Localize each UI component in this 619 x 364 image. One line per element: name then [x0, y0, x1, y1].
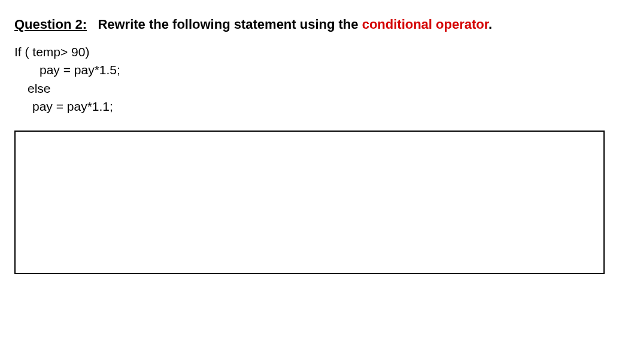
question-label: Question 2:: [14, 17, 87, 32]
code-line: pay = pay*1.5;: [14, 61, 605, 79]
prompt-highlight: conditional operator: [362, 17, 488, 32]
answer-box: [14, 131, 605, 274]
code-block: If ( temp> 90) pay = pay*1.5; else pay =…: [14, 43, 605, 116]
prompt-text-part2: .: [488, 17, 492, 32]
question-heading: Question 2: Rewrite the following statem…: [14, 17, 605, 32]
code-line: pay = pay*1.1;: [14, 98, 605, 116]
code-line: If ( temp> 90): [14, 43, 605, 61]
code-line: else: [14, 80, 605, 98]
prompt-text-part1: Rewrite the following statement using th…: [98, 17, 362, 32]
